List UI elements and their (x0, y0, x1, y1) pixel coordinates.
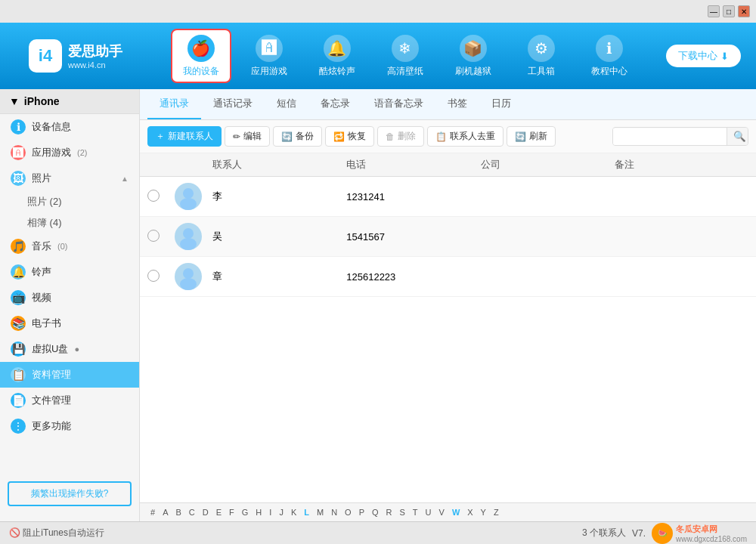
new-contact-button[interactable]: ＋ 新建联系人 (147, 126, 222, 147)
top-nav: i4 爱思助手 www.i4.cn 🍎 我的设备 🅰 应用游戏 🔔 酷炫铃声 ❄… (0, 23, 756, 89)
table-row[interactable]: 李 1231241 (140, 177, 756, 217)
alpha-P[interactable]: P (356, 506, 367, 518)
sidebar-icon-data-manage: 📋 (11, 367, 26, 382)
sidebar-item-virtual-u[interactable]: 💾 虚拟U盘 ● (0, 336, 139, 362)
trouble-button[interactable]: 频繁出现操作失败? (8, 481, 132, 506)
alpha-N[interactable]: N (328, 506, 340, 518)
tab-sms[interactable]: 短信 (265, 89, 308, 119)
tab-voice-notes[interactable]: 语音备忘录 (362, 89, 435, 119)
search-button[interactable]: 🔍 (727, 128, 748, 145)
alpha-M[interactable]: M (314, 506, 327, 518)
maximize-button[interactable]: □ (723, 5, 735, 17)
sidebar-item-data-manage[interactable]: 📋 资料管理 (0, 362, 139, 388)
sidebar-item-ebook[interactable]: 📚 电子书 (0, 311, 139, 336)
nav-label-wallpaper: 高清壁纸 (387, 65, 423, 78)
svg-point-1 (180, 198, 197, 210)
sidebar-device: ▼ iPhone (0, 89, 139, 114)
sidebar-item-photos[interactable]: 🖼 照片 ▲ (0, 165, 139, 191)
alpha-X[interactable]: X (464, 506, 476, 518)
alpha-Z[interactable]: Z (491, 506, 502, 518)
tab-notes[interactable]: 备忘录 (308, 89, 362, 119)
logo-icon: i4 (29, 39, 62, 73)
tab-call-log[interactable]: 通话记录 (201, 89, 265, 119)
sidebar-label-virtual-u: 虚拟U盘 (32, 342, 68, 356)
row-name-3: 章 (212, 270, 346, 283)
delete-button[interactable]: 🗑 删除 (377, 126, 424, 147)
search-input[interactable] (613, 128, 727, 145)
alpha-U[interactable]: U (423, 506, 435, 518)
alpha-E[interactable]: E (213, 506, 225, 518)
refresh-button[interactable]: 🔄 刷新 (507, 126, 556, 147)
sub-label-photos-sub2: 相簿 (4) (27, 216, 62, 230)
alpha-G[interactable]: G (239, 506, 252, 518)
table-row[interactable]: 章 125612223 (140, 257, 756, 297)
nav-item-ringtone[interactable]: 🔔 酷炫铃声 (307, 29, 367, 83)
alpha-L[interactable]: L (301, 506, 312, 518)
nav-item-app-game[interactable]: 🅰 应用游戏 (239, 29, 299, 83)
sidebar-items: ℹ 设备信息 🅰 应用游戏 (2) 🖼 照片 ▲ 照片 (2)相簿 (4) 🎵 … (0, 114, 139, 439)
alpha-T[interactable]: T (410, 506, 421, 518)
sidebar-item-video[interactable]: 📺 视频 (0, 285, 139, 311)
nav-icon-ringtone: 🔔 (324, 35, 351, 62)
search-icon: 🔍 (733, 131, 746, 142)
nav-item-jailbreak[interactable]: 📦 刷机越狱 (443, 29, 503, 83)
alpha-Q[interactable]: Q (369, 506, 382, 518)
table-row[interactable]: 吴 1541567 (140, 217, 756, 257)
alpha-O[interactable]: O (342, 506, 355, 518)
alpha-F[interactable]: F (226, 506, 237, 518)
nav-item-tools[interactable]: ⚙ 工具箱 (511, 29, 572, 83)
tab-contacts[interactable]: 通讯录 (147, 89, 201, 119)
alpha-#[interactable]: # (147, 506, 158, 518)
edit-button[interactable]: ✏ 编辑 (225, 126, 270, 147)
svg-point-4 (183, 268, 194, 279)
row-check-1[interactable] (147, 190, 175, 204)
header-company: 公司 (481, 158, 615, 172)
sidebar-item-device-info[interactable]: ℹ 设备信息 (0, 114, 139, 140)
sidebar-sub-photos-sub1[interactable]: 照片 (2) (0, 191, 139, 212)
alpha-C[interactable]: C (186, 506, 198, 518)
backup-button[interactable]: 🔄 备份 (273, 126, 322, 147)
nav-item-my-device[interactable]: 🍎 我的设备 (171, 29, 231, 83)
contact-count: 3 个联系人 (582, 527, 626, 539)
new-contact-icon: ＋ (156, 130, 165, 143)
row-check-2[interactable] (147, 230, 175, 244)
collapse-photos[interactable]: ▲ (121, 175, 129, 183)
restore-button[interactable]: 🔁 恢复 (325, 126, 374, 147)
alpha-D[interactable]: D (200, 506, 212, 518)
nav-item-tutorial[interactable]: ℹ 教程中心 (579, 29, 640, 83)
restore-icon: 🔁 (333, 131, 345, 142)
sidebar-item-file-manage[interactable]: 📄 文件管理 (0, 388, 139, 413)
header-notes: 备注 (615, 158, 748, 172)
sidebar-item-music[interactable]: 🎵 音乐 (0) (0, 233, 139, 259)
alpha-I[interactable]: I (266, 506, 274, 518)
alpha-H[interactable]: H (253, 506, 265, 518)
refresh-icon: 🔄 (515, 131, 526, 142)
alpha-S[interactable]: S (397, 506, 408, 518)
sidebar-sub-photos-sub2[interactable]: 相簿 (4) (0, 212, 139, 233)
alpha-K[interactable]: K (288, 506, 299, 518)
minimize-button[interactable]: — (708, 5, 720, 17)
sidebar-item-app-game[interactable]: 🅰 应用游戏 (2) (0, 140, 139, 165)
alpha-W[interactable]: W (449, 506, 463, 518)
sidebar-icon-photos: 🖼 (11, 171, 26, 186)
download-button[interactable]: 下载中心 ⬇ (666, 45, 741, 67)
alpha-J[interactable]: J (276, 506, 287, 518)
close-button[interactable]: ✕ (738, 5, 750, 17)
sidebar-item-ringtone[interactable]: 🔔 铃声 (0, 259, 139, 285)
alpha-B[interactable]: B (172, 506, 184, 518)
alpha-Y[interactable]: Y (478, 506, 489, 518)
tab-calendar[interactable]: 日历 (479, 89, 523, 119)
nav-item-wallpaper[interactable]: ❄ 高清壁纸 (375, 29, 435, 83)
version-text: V7. (632, 528, 646, 539)
device-name: iPhone (24, 95, 60, 107)
sidebar-item-more-features[interactable]: ⋮ 更多功能 (0, 413, 139, 439)
alpha-R[interactable]: R (383, 506, 395, 518)
alpha-A[interactable]: A (160, 506, 171, 518)
tab-bookmarks[interactable]: 书签 (435, 89, 479, 119)
dedup-button[interactable]: 📋 联系人去重 (427, 126, 503, 147)
alpha-V[interactable]: V (436, 506, 448, 518)
svg-point-5 (180, 278, 197, 290)
row-name-1: 李 (212, 190, 346, 203)
sidebar-icon-ebook: 📚 (11, 316, 26, 331)
row-check-3[interactable] (147, 270, 175, 284)
